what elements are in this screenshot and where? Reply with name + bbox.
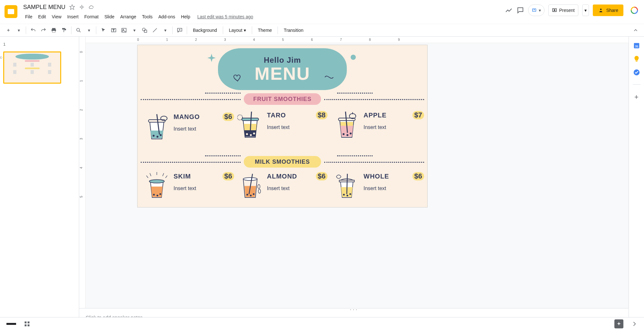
cup-icon bbox=[237, 172, 263, 201]
svg-line-47 bbox=[147, 176, 148, 178]
divider bbox=[141, 162, 241, 163]
transition-button[interactable]: Transition bbox=[280, 26, 307, 35]
slides-app-icon[interactable] bbox=[5, 5, 17, 18]
add-addon-button[interactable]: + bbox=[633, 93, 640, 100]
svg-text:T: T bbox=[113, 29, 115, 32]
notes-splitter[interactable] bbox=[79, 308, 629, 311]
svg-point-58 bbox=[253, 193, 254, 195]
menu-item-taro[interactable]: TARO$8 Insert text bbox=[237, 111, 327, 140]
new-slide-dropdown[interactable]: ▾ bbox=[14, 26, 23, 35]
line-tool[interactable] bbox=[150, 26, 159, 35]
svg-rect-21 bbox=[144, 30, 147, 32]
print-button[interactable] bbox=[49, 26, 58, 35]
last-edit-link[interactable]: Last edit was 5 minutes ago bbox=[197, 13, 253, 21]
explore-button[interactable] bbox=[614, 319, 623, 328]
divider bbox=[324, 99, 424, 100]
undo-button[interactable] bbox=[29, 26, 38, 35]
slide-thumbnail-1[interactable] bbox=[3, 51, 61, 84]
category-milk[interactable]: MILK SMOOTHIES bbox=[244, 156, 321, 168]
svg-point-59 bbox=[243, 178, 257, 180]
svg-point-55 bbox=[159, 193, 161, 195]
svg-point-31 bbox=[160, 134, 162, 136]
svg-line-51 bbox=[166, 176, 167, 178]
select-tool[interactable] bbox=[99, 26, 108, 35]
collapse-toolbar-button[interactable] bbox=[631, 26, 640, 35]
svg-point-43 bbox=[350, 133, 352, 134]
menu-file[interactable]: File bbox=[23, 13, 35, 21]
menu-item-whole[interactable]: WHOLE$6 Insert text bbox=[334, 172, 424, 201]
comments-icon[interactable] bbox=[516, 6, 524, 14]
redo-button[interactable] bbox=[39, 26, 48, 35]
svg-point-61 bbox=[258, 185, 260, 189]
share-button[interactable]: Share bbox=[593, 5, 623, 16]
menu-arrange[interactable]: Arrange bbox=[118, 13, 139, 21]
image-tool[interactable] bbox=[119, 26, 128, 35]
menu-item-skim[interactable]: SKIM$6 Insert text bbox=[144, 172, 234, 201]
svg-line-22 bbox=[153, 28, 157, 32]
keep-icon[interactable] bbox=[633, 55, 640, 62]
move-icon[interactable] bbox=[79, 4, 85, 10]
svg-point-29 bbox=[153, 135, 155, 137]
zoom-dropdown[interactable]: ▾ bbox=[84, 26, 93, 35]
new-slide-button[interactable]: ＋ bbox=[4, 26, 13, 35]
menu-item-apple[interactable]: APPLE$7 Insert text bbox=[334, 111, 424, 140]
svg-point-35 bbox=[246, 133, 248, 135]
svg-rect-32 bbox=[148, 120, 165, 122]
star-icon[interactable] bbox=[69, 4, 75, 10]
paint-format-button[interactable] bbox=[60, 26, 69, 35]
cup-icon bbox=[144, 172, 170, 201]
tasks-icon[interactable] bbox=[633, 69, 640, 76]
image-dropdown[interactable]: ▾ bbox=[130, 26, 139, 35]
menu-edit[interactable]: Edit bbox=[36, 13, 49, 21]
category-fruit[interactable]: FRUIT SMOOTHIES bbox=[244, 93, 321, 105]
svg-rect-12 bbox=[52, 31, 55, 32]
chevron-right-icon[interactable] bbox=[631, 321, 638, 327]
menu-addons[interactable]: Add-ons bbox=[156, 13, 178, 21]
menu-insert[interactable]: Insert bbox=[65, 13, 81, 21]
background-button[interactable]: Background bbox=[190, 26, 220, 35]
link-icon bbox=[0, 55, 3, 60]
layout-button[interactable]: Layout▾ bbox=[226, 26, 249, 35]
menu-item-mango[interactable]: MANGO$6 Insert text bbox=[144, 113, 234, 142]
cup-icon bbox=[334, 172, 360, 201]
menu-item-almond[interactable]: ALMOND$6 Insert text bbox=[237, 172, 327, 201]
menu-slide[interactable]: Slide bbox=[102, 13, 117, 21]
cloud-icon[interactable] bbox=[89, 4, 94, 10]
svg-point-62 bbox=[258, 189, 260, 193]
menu-header[interactable]: Hello Jim MENU bbox=[218, 48, 347, 90]
svg-line-48 bbox=[150, 173, 151, 176]
filmstrip[interactable]: 1 bbox=[0, 37, 79, 330]
menu-format[interactable]: Format bbox=[82, 13, 101, 21]
divider bbox=[205, 93, 241, 94]
calendar-icon[interactable]: 31 bbox=[633, 42, 640, 49]
heart-icon bbox=[232, 75, 243, 82]
menu-help[interactable]: Help bbox=[178, 13, 193, 21]
present-button[interactable]: Present bbox=[548, 5, 578, 16]
vertical-ruler: 0 1 2 3 4 5 bbox=[79, 37, 86, 308]
gsuite-icon[interactable] bbox=[630, 6, 639, 15]
svg-rect-72 bbox=[25, 321, 27, 323]
document-title[interactable]: SAMPLE MENU bbox=[23, 4, 65, 11]
sparkle-icon bbox=[207, 53, 216, 63]
menu-tools[interactable]: Tools bbox=[139, 13, 155, 21]
divider bbox=[324, 162, 424, 163]
slide-canvas[interactable]: Hello Jim MENU FRUIT SMOOTHIES bbox=[137, 45, 428, 207]
zoom-button[interactable] bbox=[74, 26, 83, 35]
filmstrip-view-icon[interactable] bbox=[6, 323, 16, 325]
svg-point-37 bbox=[253, 133, 255, 134]
dot-icon bbox=[350, 54, 356, 60]
divider bbox=[633, 84, 640, 85]
divider bbox=[337, 155, 373, 156]
theme-button[interactable]: Theme bbox=[255, 26, 275, 35]
comment-tool[interactable] bbox=[175, 26, 184, 35]
screen-share-button[interactable]: ▾ bbox=[528, 5, 545, 16]
divider bbox=[141, 99, 241, 100]
activity-icon[interactable] bbox=[505, 6, 513, 14]
shape-tool[interactable] bbox=[140, 26, 149, 35]
menu-view[interactable]: View bbox=[49, 13, 64, 21]
squiggle-icon bbox=[324, 73, 334, 81]
present-dropdown[interactable]: ▾ bbox=[582, 5, 589, 16]
grid-view-icon[interactable] bbox=[24, 321, 30, 327]
line-dropdown[interactable]: ▾ bbox=[161, 26, 170, 35]
textbox-tool[interactable]: T bbox=[109, 26, 118, 35]
